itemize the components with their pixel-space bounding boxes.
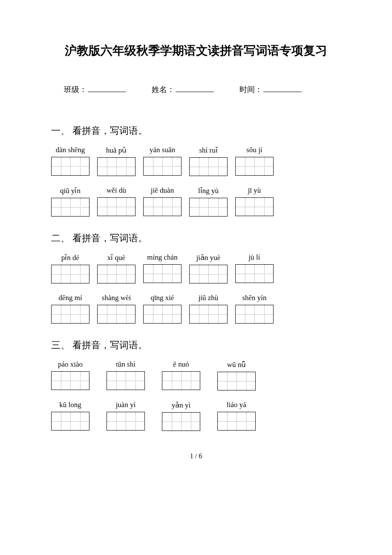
tianzige-box[interactable] <box>235 264 274 283</box>
exercise-item: pǐn dé <box>51 253 89 283</box>
tianzige-cell[interactable] <box>181 413 200 431</box>
tianzige-cell[interactable] <box>208 198 227 216</box>
tianzige-box[interactable] <box>162 371 200 390</box>
tianzige-cell[interactable] <box>162 198 181 216</box>
section-block: 三、 看拼音，写词语。páo xiàotūn shìē nuówū nǚkū l… <box>51 339 341 431</box>
tianzige-box[interactable] <box>51 412 89 431</box>
tianzige-cell[interactable] <box>52 305 70 323</box>
tianzige-box[interactable] <box>107 412 145 431</box>
tianzige-box[interactable] <box>51 371 89 390</box>
tianzige-box[interactable] <box>235 305 274 324</box>
tianzige-cell[interactable] <box>144 305 162 323</box>
tianzige-cell[interactable] <box>190 158 208 176</box>
tianzige-box[interactable] <box>107 371 145 390</box>
tianzige-cell[interactable] <box>254 157 273 175</box>
tianzige-cell[interactable] <box>254 265 273 283</box>
tianzige-cell[interactable] <box>190 265 208 283</box>
tianzige-cell[interactable] <box>98 158 116 176</box>
tianzige-cell[interactable] <box>70 198 89 216</box>
tianzige-box[interactable] <box>51 265 89 283</box>
tianzige-box[interactable] <box>97 305 135 324</box>
tianzige-cell[interactable] <box>236 412 255 430</box>
tianzige-cell[interactable] <box>52 157 70 175</box>
tianzige-cell[interactable] <box>116 198 135 216</box>
tianzige-cell[interactable] <box>190 198 208 216</box>
tianzige-cell[interactable] <box>98 265 116 283</box>
tianzige-box[interactable] <box>51 198 89 217</box>
tianzige-box[interactable] <box>143 305 182 324</box>
tianzige-cell[interactable] <box>162 413 181 431</box>
tianzige-cell[interactable] <box>162 305 181 323</box>
page-title: 沪教版六年级秋季学期语文读拼音写词语专项复习 <box>51 43 341 59</box>
tianzige-box[interactable] <box>235 197 274 216</box>
class-label: 班级： <box>64 84 87 95</box>
tianzige-box[interactable] <box>143 157 182 176</box>
tianzige-box[interactable] <box>235 157 274 176</box>
tianzige-cell[interactable] <box>70 412 89 430</box>
exercise-item: sōu jí <box>235 146 274 176</box>
tianzige-cell[interactable] <box>98 305 116 323</box>
tianzige-cell[interactable] <box>70 372 89 390</box>
name-input-line[interactable] <box>176 92 214 92</box>
tianzige-cell[interactable] <box>144 198 162 216</box>
exercise-item: lǐng yù <box>189 186 228 217</box>
tianzige-cell[interactable] <box>116 158 135 176</box>
tianzige-cell[interactable] <box>162 372 181 390</box>
tianzige-cell[interactable] <box>116 305 135 323</box>
exercise-item: wěi dù <box>97 186 135 217</box>
tianzige-box[interactable] <box>143 197 182 216</box>
tianzige-cell[interactable] <box>218 412 236 430</box>
tianzige-cell[interactable] <box>181 372 200 390</box>
tianzige-cell[interactable] <box>208 305 227 323</box>
tianzige-cell[interactable] <box>52 412 70 430</box>
class-input-line[interactable] <box>88 92 126 92</box>
tianzige-cell[interactable] <box>208 158 227 176</box>
tianzige-cell[interactable] <box>116 265 135 283</box>
tianzige-box[interactable] <box>189 265 228 283</box>
tianzige-cell[interactable] <box>236 157 254 175</box>
tianzige-box[interactable] <box>217 372 256 390</box>
pinyin-label: páo xiào <box>51 360 89 369</box>
tianzige-box[interactable] <box>162 412 200 431</box>
tianzige-box[interactable] <box>217 412 256 431</box>
tianzige-cell[interactable] <box>126 412 144 430</box>
tianzige-cell[interactable] <box>162 157 181 175</box>
tianzige-cell[interactable] <box>52 372 70 390</box>
tianzige-cell[interactable] <box>208 265 227 283</box>
section-block: 二、 看拼音，写词语。pǐn déxǐ quèmíng chánjiǎn yuè… <box>51 232 341 324</box>
tianzige-cell[interactable] <box>144 157 162 175</box>
tianzige-cell[interactable] <box>98 198 116 216</box>
tianzige-cell[interactable] <box>52 198 70 216</box>
section-heading: 三、 看拼音，写词语。 <box>51 339 341 352</box>
tianzige-box[interactable] <box>97 197 135 216</box>
tianzige-box[interactable] <box>189 305 228 324</box>
tianzige-cell[interactable] <box>70 265 89 283</box>
tianzige-cell[interactable] <box>70 305 89 323</box>
tianzige-cell[interactable] <box>236 305 254 323</box>
tianzige-cell[interactable] <box>70 157 89 175</box>
time-input-line[interactable] <box>263 92 302 92</box>
tianzige-cell[interactable] <box>236 265 254 283</box>
tianzige-cell[interactable] <box>236 372 255 390</box>
tianzige-cell[interactable] <box>144 265 162 283</box>
tianzige-cell[interactable] <box>254 198 273 216</box>
exercise-row: dàn shēnghuā pǔyán suānshí ruǐsōu jí <box>51 146 341 176</box>
tianzige-cell[interactable] <box>236 198 254 216</box>
name-label: 姓名： <box>152 84 175 95</box>
tianzige-cell[interactable] <box>107 372 126 390</box>
tianzige-cell[interactable] <box>162 265 181 283</box>
tianzige-cell[interactable] <box>107 412 126 430</box>
tianzige-cell[interactable] <box>52 265 70 283</box>
tianzige-cell[interactable] <box>218 372 236 390</box>
tianzige-cell[interactable] <box>126 372 144 390</box>
tianzige-box[interactable] <box>51 305 89 324</box>
pinyin-label: dàn shēng <box>51 146 89 154</box>
tianzige-box[interactable] <box>97 157 135 176</box>
tianzige-box[interactable] <box>97 265 135 283</box>
tianzige-box[interactable] <box>189 198 228 217</box>
tianzige-box[interactable] <box>189 157 228 176</box>
tianzige-box[interactable] <box>51 157 89 176</box>
tianzige-cell[interactable] <box>190 305 208 323</box>
tianzige-box[interactable] <box>143 264 182 283</box>
tianzige-cell[interactable] <box>254 305 273 323</box>
